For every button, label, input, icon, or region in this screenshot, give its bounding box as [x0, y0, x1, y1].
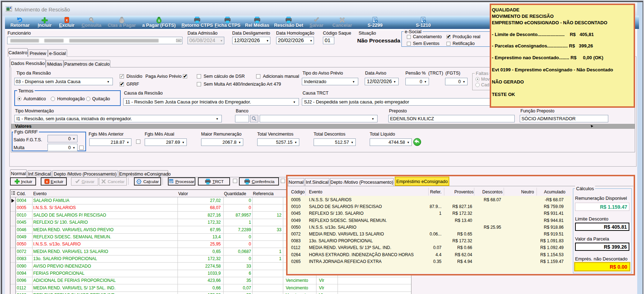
- svg-text:x: x: [46, 180, 48, 183]
- svg-text:$: $: [158, 19, 160, 22]
- svg-text:x: x: [66, 18, 68, 22]
